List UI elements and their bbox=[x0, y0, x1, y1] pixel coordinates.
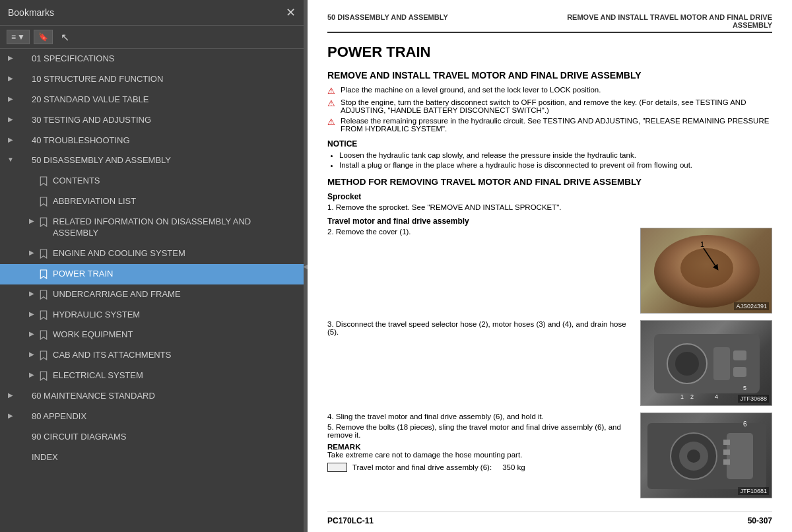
step-4-text: 4. Sling the travel motor and final driv… bbox=[327, 413, 544, 420]
expand-arrow-40-trouble bbox=[5, 136, 16, 143]
footer-right: 50-307 bbox=[748, 516, 772, 525]
step-3-block: 3. Disconnect the travel speed selector … bbox=[327, 320, 772, 406]
document-panel: 50 DISASSEMBLY AND ASSEMBLY REMOVE AND I… bbox=[308, 0, 792, 532]
expand-arrow-20-std bbox=[5, 95, 16, 102]
sidebar-item-label-related: RELATED INFORMATION ON DISASSEMBLY AND A… bbox=[53, 216, 298, 239]
footer-left: PC170LC-11 bbox=[327, 516, 374, 525]
warning-triangle-icon-2: ⚠ bbox=[327, 98, 337, 108]
step-2-text: 2. Remove the cover (1). bbox=[327, 228, 411, 236]
step-2-text-col: 2. Remove the cover (1). bbox=[327, 228, 632, 314]
warning-3: ⚠ Release the remaining pressure in the … bbox=[327, 117, 772, 133]
warning-text-1: Place the machine on a level ground, and… bbox=[341, 86, 601, 94]
sidebar-item-20-std[interactable]: 20 STANDARD VALUE TABLE bbox=[0, 90, 304, 110]
bookmark-flag-icon-related bbox=[38, 217, 49, 227]
method-title: METHOD FOR REMOVING TRAVEL MOTOR AND FIN… bbox=[327, 177, 772, 187]
chevron-down-icon: ▼ bbox=[17, 32, 25, 42]
bookmark-flag-icon-cab bbox=[38, 350, 49, 360]
weight-value: 350 kg bbox=[502, 463, 525, 471]
remark-text: Take extreme care not to damage the hose… bbox=[327, 451, 522, 459]
svg-point-1 bbox=[680, 248, 733, 288]
svg-rect-7 bbox=[713, 347, 730, 380]
svg-text:1: 1 bbox=[700, 240, 704, 248]
sidebar-item-cab[interactable]: CAB AND ITS ATTACHMENTS bbox=[0, 345, 304, 366]
sidebar-item-80-append[interactable]: 80 APPENDIX bbox=[0, 407, 304, 427]
bookmark-tool-button[interactable]: 🔖 bbox=[34, 30, 53, 44]
sidebar-item-40-trouble[interactable]: 40 TROUBLESHOOTING bbox=[0, 131, 304, 151]
sidebar-item-power-train[interactable]: POWER TRAIN bbox=[0, 264, 304, 284]
expand-arrow-undercarriage bbox=[26, 290, 37, 297]
step-1-text: 1. Remove the sprocket. See "REMOVE AND … bbox=[327, 203, 562, 211]
close-button[interactable]: ✕ bbox=[286, 7, 296, 18]
expand-arrow-engine bbox=[26, 249, 37, 256]
sidebar-item-engine[interactable]: ENGINE AND COOLING SYSTEM bbox=[0, 244, 304, 264]
svg-text:4: 4 bbox=[715, 393, 718, 400]
sidebar-item-label-undercarriage: UNDERCARRIAGE AND FRAME bbox=[53, 289, 298, 300]
bookmark-flag-icon-hydraulic bbox=[38, 310, 49, 320]
step-5: 5. Remove the bolts (18 pieces), sling t… bbox=[327, 423, 632, 439]
remark-title: REMARK bbox=[327, 443, 360, 451]
sidebar-header: Bookmarks ✕ bbox=[0, 0, 304, 26]
bookmark-flag-icon-engine bbox=[38, 249, 49, 259]
doc-header-bar: 50 DISASSEMBLY AND ASSEMBLY REMOVE AND I… bbox=[327, 13, 772, 33]
step-4: 4. Sling the travel motor and final driv… bbox=[327, 413, 632, 420]
sidebar-item-label-abbr: ABBREVIATION LIST bbox=[53, 196, 298, 207]
figure-3-svg: 6 bbox=[641, 413, 772, 498]
notice-title: NOTICE bbox=[327, 139, 772, 149]
sidebar-item-related[interactable]: RELATED INFORMATION ON DISASSEMBLY AND A… bbox=[0, 212, 304, 244]
step-1: 1. Remove the sprocket. See "REMOVE AND … bbox=[327, 203, 772, 211]
subsection-title: REMOVE AND INSTALL TRAVEL MOTOR AND FINA… bbox=[327, 70, 772, 81]
step-3: 3. Disconnect the travel speed selector … bbox=[327, 320, 632, 336]
notice-item-2: Install a plug or flange in the place wh… bbox=[339, 161, 772, 169]
expand-arrow-related bbox=[26, 217, 37, 224]
svg-rect-8 bbox=[733, 350, 746, 360]
sidebar-item-label-60-maint: 60 MAINTENANCE STANDARD bbox=[32, 391, 298, 402]
sidebar-item-electrical[interactable]: ELECTRICAL SYSTEM bbox=[0, 366, 304, 386]
svg-text:1: 1 bbox=[680, 393, 684, 400]
sidebar-item-01-spec[interactable]: 01 SPECIFICATIONS bbox=[0, 49, 304, 69]
sidebar-item-30-test[interactable]: 30 TESTING AND ADJUSTING bbox=[0, 110, 304, 131]
warning-text-2: Stop the engine, turn the battery discon… bbox=[341, 98, 772, 114]
sidebar-item-10-struct[interactable]: 10 STRUCTURE AND FUNCTION bbox=[0, 69, 304, 90]
sidebar-item-contents[interactable]: CONTENTS bbox=[0, 171, 304, 191]
sidebar-item-abbr[interactable]: ABBREVIATION LIST bbox=[0, 191, 304, 212]
step-5-text: 5. Remove the bolts (18 pieces), sling t… bbox=[327, 423, 632, 439]
view-options-button[interactable]: ≡ ▼ bbox=[7, 30, 30, 44]
weight-icon bbox=[327, 463, 347, 472]
sidebar-panel: Bookmarks ✕ ≡ ▼ 🔖 ↖ 01 SPECIFICATIONS10 … bbox=[0, 0, 304, 532]
figure-2: 1 2 4 5 JTF30688 bbox=[640, 320, 772, 406]
sidebar-item-label-20-std: 20 STANDARD VALUE TABLE bbox=[32, 94, 298, 106]
expand-arrow-50-disasm bbox=[5, 156, 16, 163]
expand-arrow-01-spec bbox=[5, 54, 16, 61]
weight-box: Travel motor and final drive assembly (6… bbox=[327, 463, 632, 472]
figure-1: 1 AJS024391 bbox=[640, 228, 772, 314]
bookmark-flag-icon-work-equip bbox=[38, 330, 49, 340]
svg-text:2: 2 bbox=[690, 393, 694, 400]
sidebar-item-90-circuit[interactable]: 90 CIRCUIT DIAGRAMS bbox=[0, 427, 304, 448]
svg-rect-21 bbox=[723, 459, 730, 465]
expand-arrow-hydraulic bbox=[26, 310, 37, 317]
sidebar-item-label-50-disasm: 50 DISASSEMBLY AND ASSEMBLY bbox=[32, 155, 298, 166]
sidebar-item-work-equip[interactable]: WORK EQUIPMENT bbox=[0, 325, 304, 345]
sidebar-item-label-10-struct: 10 STRUCTURE AND FUNCTION bbox=[32, 74, 298, 85]
warning-triangle-icon-3: ⚠ bbox=[327, 117, 337, 127]
img-label-2: JTF30688 bbox=[738, 395, 769, 403]
sidebar-item-undercarriage[interactable]: UNDERCARRIAGE AND FRAME bbox=[0, 284, 304, 305]
sidebar-item-label-80-append: 80 APPENDIX bbox=[32, 411, 298, 422]
svg-rect-19 bbox=[723, 440, 730, 445]
figure-3: 6 JTF10681 bbox=[640, 413, 772, 498]
image-col-3: 6 JTF10681 bbox=[640, 413, 772, 498]
sidebar-item-index[interactable]: INDEX bbox=[0, 448, 304, 468]
warning-triangle-icon: ⚠ bbox=[327, 86, 337, 96]
sidebar-item-50-disasm[interactable]: 50 DISASSEMBLY AND ASSEMBLY bbox=[0, 150, 304, 171]
sidebar-item-60-maint[interactable]: 60 MAINTENANCE STANDARD bbox=[0, 386, 304, 407]
cursor-icon: ↖ bbox=[61, 31, 69, 44]
sidebar-title: Bookmarks bbox=[8, 7, 54, 18]
sidebar-item-label-index: INDEX bbox=[32, 452, 298, 463]
sidebar-item-label-engine: ENGINE AND COOLING SYSTEM bbox=[53, 248, 298, 259]
sidebar-item-hydraulic[interactable]: HYDRAULIC SYSTEM bbox=[0, 305, 304, 325]
step-3-text: 3. Disconnect the travel speed selector … bbox=[327, 320, 632, 336]
section-title: POWER TRAIN bbox=[327, 44, 772, 61]
method-section: METHOD FOR REMOVING TRAVEL MOTOR AND FIN… bbox=[327, 177, 772, 498]
sidebar-item-label-90-circuit: 90 CIRCUIT DIAGRAMS bbox=[32, 432, 298, 443]
step-2-block: 2. Remove the cover (1). bbox=[327, 228, 772, 314]
